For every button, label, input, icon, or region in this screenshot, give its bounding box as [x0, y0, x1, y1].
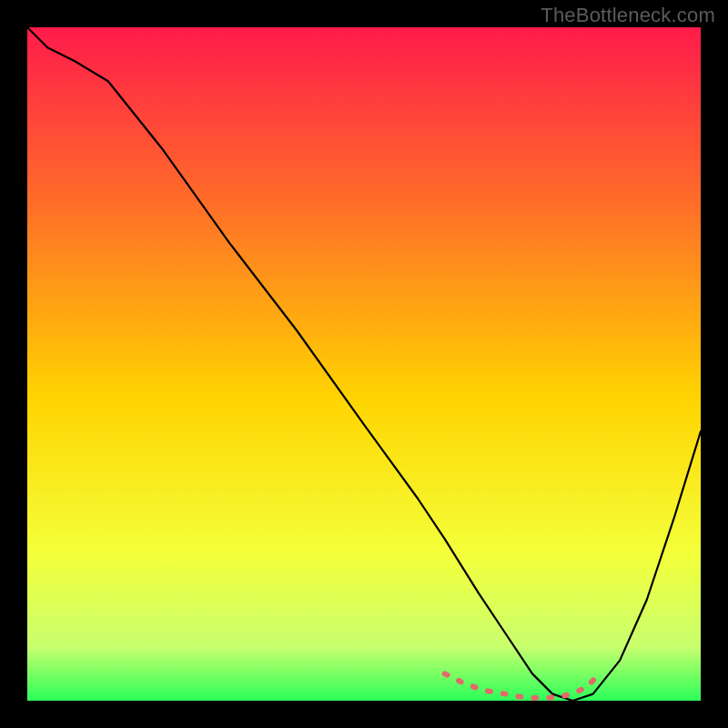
watermark-text: TheBottleneck.com	[541, 4, 715, 27]
gradient-background	[27, 27, 701, 701]
plot-area	[27, 27, 701, 701]
bottleneck-chart	[27, 27, 701, 701]
chart-frame: TheBottleneck.com	[0, 0, 728, 728]
